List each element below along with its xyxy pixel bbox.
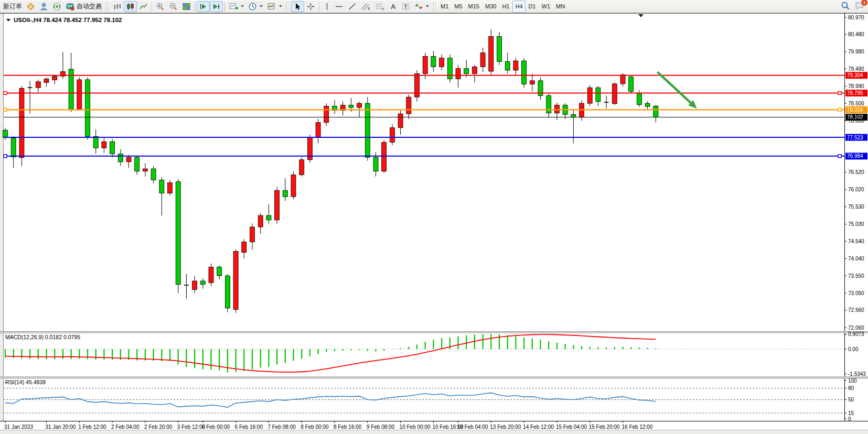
macd-axis-label: 0.00 [848,346,859,352]
price-tick-label: 76.020 [848,187,864,192]
bear-candle [505,61,510,70]
candlestick-chart-type-button[interactable] [124,1,137,12]
signal-icon[interactable] [50,1,63,12]
line-handle[interactable] [4,92,7,95]
fibonacci-tool-button[interactable]: F [373,1,387,12]
bear-candle [266,215,271,220]
bull-candle [612,84,617,104]
time-tick-label: 7 Feb 08:00 [267,424,296,430]
timeframe-w1-button[interactable]: W1 [539,1,553,13]
chart-template-button[interactable] [265,1,284,12]
price-line-label: 76.984 [847,153,863,159]
rsi-axis-label: 15 [848,410,854,416]
rsi-axis-label: 50 [848,397,854,403]
price-chart-canvas[interactable]: 79.30478.79578.31677.52376.98478.10280.9… [0,13,868,434]
cursor-tool-button[interactable] [291,1,304,12]
bear-candle [283,190,287,197]
bear-candle [365,103,370,157]
time-tick-label: 8 Feb 00:00 [301,424,329,430]
crosshair-tool-button[interactable] [304,1,317,12]
bull-candle [168,183,173,193]
macd-axis-label: 0.9073 [848,331,864,337]
timeframe-m5-button[interactable]: M5 [452,1,465,13]
line-handle[interactable] [4,108,7,111]
price-tick-label: 76.520 [848,169,864,175]
line-chart-type-button[interactable] [137,1,150,12]
timeframe-h4-button[interactable]: H4 [512,1,525,13]
toolbar-right: 1 [841,0,865,13]
bear-candle [93,136,98,148]
line-handle[interactable] [838,92,841,95]
bull-candle [513,61,518,70]
zoom-out-button[interactable] [167,1,180,12]
price-line-label: 77.523 [847,135,863,140]
bull-candle [357,103,362,107]
add-indicator-button[interactable] [227,1,246,12]
bull-candle [316,123,320,138]
chevron-down-icon [241,5,244,7]
price-tick-label: 79.490 [848,66,864,72]
time-tick-label: 1 Feb 12:00 [78,424,106,430]
profile-icon[interactable] [37,1,50,12]
price-tick-label: 72.560 [848,307,864,313]
main-toolbar: 新订单 自动交易 [0,0,868,13]
window-frame-left [0,13,4,421]
time-tick-label: 15 Feb 20:00 [589,424,620,430]
bull-candle [44,79,49,83]
bear-candle [3,130,8,137]
svg-text:T: T [404,4,408,9]
timeframe-mn-button[interactable]: MN [553,1,567,13]
search-icon[interactable] [841,1,850,13]
chart-title: USOil-,H4 78.424 78.452 77.952 78.102 [14,17,122,23]
bull-candle [19,89,24,158]
time-tick-label: 2 Feb 20:00 [144,424,173,430]
text-label-tool-button[interactable]: T [399,1,412,12]
autotrading-button[interactable]: 自动交易 [63,1,104,12]
zoom-in-button[interactable] [154,1,167,12]
bear-candle [629,77,634,92]
line-handle[interactable] [838,155,841,158]
timeframe-d1-button[interactable]: D1 [526,1,539,13]
timeframe-m1-button[interactable]: M1 [438,1,451,13]
timeframe-m30-button[interactable]: M30 [483,1,499,13]
gold-gem-icon[interactable] [24,1,37,12]
bull-candle [489,37,494,71]
price-line-label: 78.316 [847,107,863,113]
line-handle[interactable] [4,155,7,158]
bull-candle [242,242,247,253]
time-tick-label: 16 Feb 12:00 [622,424,653,430]
toolbar-separator [152,2,152,11]
horizontal-line-tool-button[interactable] [333,1,346,12]
period-clock-button[interactable] [246,1,265,12]
bear-candle [176,182,180,285]
chevron-down-icon [426,5,429,7]
chart-background [0,13,868,434]
timeframe-h1-button[interactable]: H1 [499,1,512,13]
timeframe-toolbar: M1M5M15M30H1H4D1W1MN [438,1,567,13]
bear-candle [546,96,551,113]
chart-shift-button[interactable] [210,1,223,12]
bear-candle [349,105,353,107]
time-tick-label: 6 Feb 00:00 [202,424,230,430]
timeframe-m15-button[interactable]: M15 [466,1,482,13]
price-tick-label: 80.970 [848,15,864,20]
equidistant-channel-tool-button[interactable]: E [359,1,373,12]
auto-scroll-button[interactable] [197,1,210,12]
trendline-tool-button[interactable] [346,1,359,12]
new-order-button[interactable]: 新订单 [1,1,24,12]
bull-candle [52,76,57,80]
bull-candle [192,281,197,290]
bull-candle [291,175,296,197]
time-tick-label: 14 Feb 12:00 [523,424,554,430]
vertical-line-tool-button[interactable] [321,1,333,12]
tile-windows-button[interactable] [180,1,193,12]
text-tool-button[interactable]: A [387,1,399,12]
line-handle[interactable] [838,108,841,111]
bear-candle [11,138,16,157]
notifications-chat-icon[interactable]: 1 [854,1,865,13]
bar-chart-type-button[interactable] [111,1,124,12]
new-order-label: 新订单 [3,2,22,11]
svg-text:F: F [382,7,384,11]
arrows-tool-button[interactable] [412,1,431,12]
time-tick-label: 10 Feb 00:00 [400,424,431,430]
